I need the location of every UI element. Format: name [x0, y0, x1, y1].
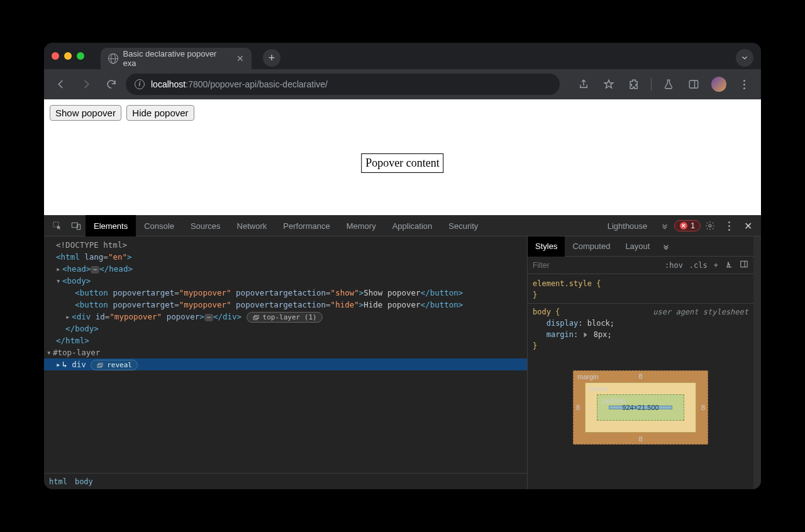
close-window-icon[interactable]: [52, 52, 59, 60]
hov-toggle[interactable]: :hov: [665, 261, 683, 270]
tab-layout[interactable]: Layout: [618, 236, 657, 257]
minimize-window-icon[interactable]: [64, 52, 72, 60]
svg-point-4: [709, 224, 711, 227]
devtools: Elements Console Sources Network Perform…: [44, 215, 761, 489]
tab-performance[interactable]: Performance: [275, 215, 338, 236]
window-controls: [52, 52, 84, 60]
style-rules[interactable]: element.style { } body {user agent style…: [528, 274, 753, 355]
tab-styles[interactable]: Styles: [528, 236, 565, 257]
svg-rect-0: [689, 80, 698, 88]
crumb-body[interactable]: body: [75, 477, 93, 486]
globe-icon: [108, 53, 118, 64]
breadcrumb[interactable]: html body: [44, 473, 527, 489]
back-button[interactable]: [50, 74, 72, 95]
color-icon[interactable]: [724, 260, 733, 270]
scrollbar[interactable]: [753, 236, 761, 489]
tab-title: Basic declarative popover exa: [123, 49, 229, 68]
svg-rect-7: [97, 364, 101, 367]
new-rule-icon[interactable]: +: [714, 261, 718, 270]
tab-application[interactable]: Application: [384, 215, 441, 236]
elements-panel: <!DOCTYPE html> <html lang="en"> ▸<head>…: [44, 236, 527, 489]
tab-close-icon[interactable]: ✕: [236, 53, 244, 64]
show-popover-button[interactable]: Show popover: [50, 105, 121, 121]
labs-icon[interactable]: [658, 74, 679, 95]
titlebar: Basic declarative popover exa ✕ +: [44, 43, 761, 69]
page-viewport: Show popover Hide popover Popover conten…: [44, 99, 761, 215]
svg-rect-5: [253, 316, 257, 319]
devtools-menu-icon[interactable]: [719, 216, 738, 235]
share-icon[interactable]: [573, 74, 594, 95]
bookmark-icon[interactable]: [598, 74, 619, 95]
devtools-tabbar: Elements Console Sources Network Perform…: [44, 215, 761, 236]
browser-window: Basic declarative popover exa ✕ + localh…: [44, 43, 761, 489]
maximize-window-icon[interactable]: [77, 52, 84, 60]
box-border-label: border: [589, 385, 609, 392]
tab-security[interactable]: Security: [440, 215, 486, 236]
tab-sources[interactable]: Sources: [182, 215, 229, 236]
more-panes-icon[interactable]: [657, 236, 675, 257]
toggle-panel-icon[interactable]: [740, 260, 748, 270]
side-panel-icon[interactable]: [683, 74, 704, 95]
dom-selected-row[interactable]: ▸↳ div reveal: [44, 358, 527, 370]
url-text: localhost:7800/popover-api/basic-declara…: [151, 79, 328, 89]
browser-toolbar: localhost:7800/popover-api/basic-declara…: [44, 69, 761, 99]
box-margin-label: margin: [577, 373, 599, 380]
box-model: margin 8 8 8 8 border - - - -: [528, 355, 753, 489]
svg-rect-9: [741, 261, 748, 267]
tab-lighthouse[interactable]: Lighthouse: [599, 215, 656, 236]
address-bar[interactable]: localhost:7800/popover-api/basic-declara…: [126, 74, 560, 95]
tabs-overflow-icon[interactable]: [736, 49, 753, 67]
popover-content: Popover content: [361, 153, 443, 173]
tab-console[interactable]: Console: [136, 215, 182, 236]
styles-panel: Styles Computed Layout :hov .cls + eleme…: [527, 236, 753, 489]
new-tab-button[interactable]: +: [263, 49, 280, 67]
reload-button[interactable]: [101, 74, 122, 95]
tab-memory[interactable]: Memory: [338, 215, 384, 236]
forward-button[interactable]: [75, 74, 97, 95]
styles-filter-input[interactable]: [533, 261, 658, 270]
reveal-badge[interactable]: reveal: [91, 360, 138, 370]
more-tabs-icon[interactable]: [655, 216, 674, 235]
tab-elements[interactable]: Elements: [86, 215, 136, 236]
svg-rect-8: [99, 363, 103, 366]
svg-rect-6: [255, 315, 258, 318]
browser-tab[interactable]: Basic declarative popover exa ✕: [101, 48, 252, 69]
box-content: 924×21.500: [609, 406, 672, 409]
divider: [651, 78, 652, 91]
inspect-icon[interactable]: [48, 216, 67, 235]
menu-icon[interactable]: [733, 74, 755, 95]
error-badge[interactable]: ✕1: [674, 220, 701, 231]
devtools-close-icon[interactable]: ✕: [738, 216, 757, 235]
hide-popover-button[interactable]: Hide popover: [126, 105, 194, 121]
tab-network[interactable]: Network: [229, 215, 275, 236]
profile-avatar[interactable]: [708, 74, 730, 95]
top-layer-badge[interactable]: top-layer (1): [247, 312, 323, 323]
crumb-html[interactable]: html: [49, 477, 67, 486]
site-info-icon[interactable]: [135, 79, 145, 89]
cls-toggle[interactable]: .cls: [689, 261, 708, 270]
tab-computed[interactable]: Computed: [565, 236, 618, 257]
device-mode-icon[interactable]: [67, 216, 86, 235]
settings-icon[interactable]: [701, 216, 719, 235]
dom-tree[interactable]: <!DOCTYPE html> <html lang="en"> ▸<head>…: [44, 236, 527, 473]
extensions-icon[interactable]: [623, 74, 645, 95]
